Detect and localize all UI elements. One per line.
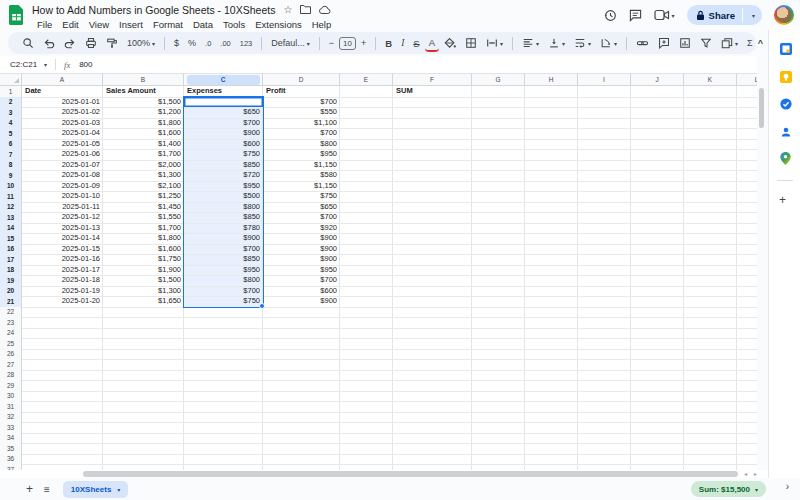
row-header-2[interactable]: 2: [0, 97, 22, 108]
cell-C20[interactable]: $700: [186, 286, 260, 297]
cell-C9[interactable]: $720: [186, 170, 260, 181]
cell-A12[interactable]: 2025-01-11: [24, 202, 100, 213]
row-header-9[interactable]: 9: [0, 170, 22, 181]
column-header-F[interactable]: F: [393, 74, 472, 86]
column-header-K[interactable]: K: [684, 74, 737, 86]
row-header-6[interactable]: 6: [0, 139, 22, 150]
sheets-logo-icon[interactable]: [9, 5, 24, 29]
cell-D3[interactable]: $550: [265, 107, 337, 118]
cell-A8[interactable]: 2025-01-07: [24, 160, 100, 171]
row-header-11[interactable]: 11: [0, 191, 22, 202]
row-header-5[interactable]: 5: [0, 128, 22, 139]
row-header-21[interactable]: 21: [0, 296, 22, 307]
horizontal-scrollbar[interactable]: ◂ ▸: [0, 470, 768, 478]
cell-A1[interactable]: Date: [25, 86, 100, 97]
insert-link-icon[interactable]: [632, 34, 653, 52]
formula-input[interactable]: 800: [79, 60, 92, 69]
sheet-tab-caret-icon[interactable]: ▾: [117, 486, 120, 493]
cell-B14[interactable]: $1,700: [105, 223, 181, 234]
filter-views-icon-caret[interactable]: ▾: [735, 40, 738, 47]
cell-B13[interactable]: $1,550: [105, 212, 181, 223]
select-all-corner[interactable]: [0, 74, 22, 86]
font-select[interactable]: Defaul...▾: [267, 34, 314, 52]
cell-C17[interactable]: $850: [186, 254, 260, 265]
cell-C16[interactable]: $700: [186, 244, 260, 255]
cell-C5[interactable]: $900: [186, 128, 260, 139]
row-header-7[interactable]: 7: [0, 149, 22, 160]
column-header-C[interactable]: C: [184, 74, 263, 86]
cell-A18[interactable]: 2025-01-17: [24, 265, 100, 276]
cell-B21[interactable]: $1,650: [105, 296, 181, 307]
column-header-D[interactable]: D: [263, 74, 340, 86]
cell-F1[interactable]: SUM: [396, 86, 469, 97]
cell-C15[interactable]: $900: [186, 233, 260, 244]
cell-D15[interactable]: $900: [265, 233, 337, 244]
cell-A3[interactable]: 2025-01-02: [24, 107, 100, 118]
cell-C11[interactable]: $500: [186, 191, 260, 202]
cell-B11[interactable]: $1,250: [105, 191, 181, 202]
meet-caret-icon[interactable]: ▾: [672, 12, 675, 19]
cell-A16[interactable]: 2025-01-15: [24, 244, 100, 255]
row-header-31[interactable]: 31: [0, 401, 22, 412]
menus-search-icon[interactable]: [18, 34, 38, 52]
menu-insert[interactable]: Insert: [114, 19, 148, 30]
cell-D4[interactable]: $1,100: [265, 118, 337, 129]
print-icon[interactable]: [81, 34, 101, 52]
name-box[interactable]: C2:C21: [0, 60, 44, 69]
cell-C7[interactable]: $750: [186, 149, 260, 160]
row-header-14[interactable]: 14: [0, 223, 22, 234]
row-header-27[interactable]: 27: [0, 359, 22, 370]
row-header-22[interactable]: 22: [0, 307, 22, 318]
row-header-23[interactable]: 23: [0, 317, 22, 328]
all-sheets-icon[interactable]: ≡: [44, 484, 50, 495]
cell-C3[interactable]: $650: [186, 107, 260, 118]
increase-font-size-button[interactable]: +: [357, 34, 370, 52]
format-currency-button[interactable]: $: [170, 34, 183, 52]
cell-C14[interactable]: $780: [186, 223, 260, 234]
insert-comment-icon[interactable]: [654, 34, 674, 52]
italic-button[interactable]: I: [397, 34, 408, 52]
horizontal-scrollbar-thumb[interactable]: [83, 471, 738, 477]
menu-extensions[interactable]: Extensions: [250, 19, 306, 30]
cell-A4[interactable]: 2025-01-03: [24, 118, 100, 129]
sheet-tab-10xsheets[interactable]: 10XSheets ▾: [63, 481, 128, 498]
scroll-left-icon[interactable]: ◂: [744, 470, 747, 478]
strikethrough-button[interactable]: S: [409, 34, 423, 52]
fill-color-icon[interactable]: [440, 34, 460, 52]
merge-cells-icon-caret[interactable]: ▾: [500, 40, 503, 47]
row-header-32[interactable]: 32: [0, 412, 22, 423]
column-header-B[interactable]: B: [103, 74, 184, 86]
row-header-35[interactable]: 35: [0, 443, 22, 454]
cell-A21[interactable]: 2025-01-20: [24, 296, 100, 307]
row-header-34[interactable]: 34: [0, 433, 22, 444]
column-header-I[interactable]: I: [578, 74, 631, 86]
decrease-font-size-button[interactable]: −: [325, 34, 338, 52]
row-header-13[interactable]: 13: [0, 212, 22, 223]
cell-B15[interactable]: $1,800: [105, 233, 181, 244]
row-header-33[interactable]: 33: [0, 422, 22, 433]
cell-C12[interactable]: $800: [186, 202, 260, 213]
cell-D16[interactable]: $900: [265, 244, 337, 255]
cell-D19[interactable]: $700: [265, 275, 337, 286]
cell-D5[interactable]: $700: [265, 128, 337, 139]
sum-pill[interactable]: Sum: $15,500 ▾: [691, 481, 766, 497]
cell-A7[interactable]: 2025-01-06: [24, 149, 100, 160]
cell-A6[interactable]: 2025-01-05: [24, 139, 100, 150]
cell-B19[interactable]: $1,500: [105, 275, 181, 286]
vertical-scrollbar[interactable]: [759, 88, 765, 470]
decrease-decimals-button[interactable]: .0: [201, 34, 215, 52]
cell-D8[interactable]: $1,150: [265, 160, 337, 171]
row-header-19[interactable]: 19: [0, 275, 22, 286]
meet-camera-icon[interactable]: ▾: [654, 9, 675, 21]
row-header-20[interactable]: 20: [0, 286, 22, 297]
row-header-10[interactable]: 10: [0, 181, 22, 192]
functions-icon[interactable]: Σ: [743, 34, 757, 52]
cell-A5[interactable]: 2025-01-04: [24, 128, 100, 139]
row-header-36[interactable]: 36: [0, 454, 22, 465]
cell-D9[interactable]: $580: [265, 170, 337, 181]
cell-A13[interactable]: 2025-01-12: [24, 212, 100, 223]
insert-chart-icon[interactable]: [675, 34, 695, 52]
cell-C10[interactable]: $950: [186, 181, 260, 192]
cell-A11[interactable]: 2025-01-10: [24, 191, 100, 202]
borders-icon[interactable]: [461, 34, 481, 52]
